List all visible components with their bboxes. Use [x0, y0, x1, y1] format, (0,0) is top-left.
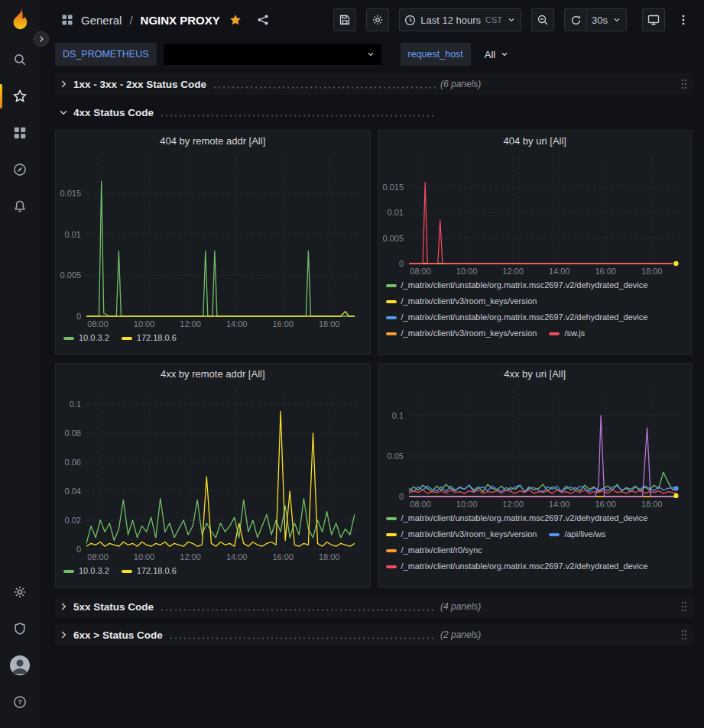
timeseries-chart-404-by-uri[interactable]: 08:0010:0012:0014:0016:0018:0000.0050.01… — [378, 152, 693, 279]
svg-text:0: 0 — [398, 492, 403, 501]
timeseries-chart-404-by-remote-addr[interactable]: 08:0010:0012:0014:0016:0018:0000.0050.01… — [56, 152, 370, 332]
sidebar-expand-button[interactable] — [34, 31, 49, 47]
legend-item[interactable]: /_matrix/client/unstable/org.matrix.msc2… — [386, 513, 648, 523]
refresh-interval-dropdown[interactable]: 30s — [587, 8, 627, 31]
legend-item[interactable]: 10.0.3.2 — [63, 566, 109, 576]
avatar — [10, 655, 30, 675]
sidebar: ? — [0, 0, 40, 728]
drag-handle-icon[interactable] — [680, 78, 688, 90]
svg-text:18:00: 18:00 — [319, 319, 340, 328]
legend-color-marker — [386, 549, 397, 552]
active-indicator — [0, 84, 2, 108]
row-4xx-status-code[interactable]: 4xx Status Code — [55, 102, 693, 123]
sidebar-item-profile[interactable] — [0, 647, 40, 684]
legend-item[interactable]: /api/live/ws — [549, 529, 605, 539]
legend-item[interactable]: /sw.js — [549, 328, 585, 338]
row-5xx-status-code[interactable]: 5xx Status Code (4 panels) — [55, 596, 693, 617]
sidebar-item-server-admin[interactable] — [0, 610, 40, 647]
grafana-logo[interactable] — [6, 6, 34, 34]
compass-icon — [13, 163, 27, 176]
svg-text:0.05: 0.05 — [387, 451, 403, 461]
legend-color-marker — [549, 332, 560, 335]
sidebar-item-dashboards[interactable] — [0, 115, 40, 151]
gear-icon — [13, 585, 27, 599]
favorite-star-icon[interactable] — [229, 14, 242, 26]
svg-text:16:00: 16:00 — [272, 552, 294, 561]
row-title: 5xx Status Code — [73, 601, 154, 613]
legend-label: /_matrix/client/v3/room_keys/version — [401, 328, 537, 338]
row-1xx-3xx-2xx-status-code[interactable]: 1xx - 3xx - 2xx Status Code (6 panels) — [55, 73, 693, 95]
panel-title[interactable]: 4xx by uri [All] — [378, 364, 693, 385]
drag-handle-icon[interactable] — [680, 629, 688, 641]
legend-item[interactable]: /_matrix/client/v3/room_keys/version — [386, 529, 537, 539]
datasource-variable-label: DS_PROMETHEUS — [55, 43, 157, 66]
legend-label: 10.0.3.2 — [79, 566, 109, 576]
timeseries-chart-4xx-by-remote-addr[interactable]: 08:0010:0012:0014:0016:0018:0000.020.040… — [56, 385, 370, 565]
save-dashboard-button[interactable] — [333, 8, 356, 31]
legend-item[interactable]: 10.0.3.2 — [63, 333, 109, 343]
shield-icon — [13, 622, 27, 636]
kebab-menu-icon[interactable] — [675, 8, 692, 31]
sidebar-item-help[interactable]: ? — [0, 684, 40, 720]
legend-item[interactable]: /_matrix/client/v3/room_keys/version — [386, 296, 537, 306]
panel-title[interactable]: 404 by uri [All] — [378, 131, 693, 152]
legend-label: /_matrix/client/unstable/org.matrix.msc2… — [401, 312, 648, 322]
panel-grid: 404 by remote addr [All] 08:0010:0012:00… — [55, 130, 693, 588]
svg-text:0.005: 0.005 — [382, 234, 404, 243]
legend-label: /_matrix/client/unstable/org.matrix.msc2… — [401, 561, 648, 571]
row-leader-dots — [160, 609, 436, 611]
sidebar-item-alerting[interactable] — [0, 188, 40, 225]
svg-text:12:00: 12:00 — [180, 319, 201, 328]
legend-item[interactable]: /_matrix/client/r0/sync — [386, 545, 482, 555]
svg-text:0.08: 0.08 — [65, 429, 81, 438]
legend-item[interactable]: /_matrix/client/unstable/org.matrix.msc2… — [386, 561, 648, 571]
svg-text:0.04: 0.04 — [65, 487, 81, 496]
star-icon — [13, 89, 27, 103]
panel-4xx-by-uri: 4xx by uri [All] 08:0010:0012:0014:0016:… — [378, 363, 693, 588]
svg-text:12:00: 12:00 — [502, 500, 524, 509]
svg-text:10:00: 10:00 — [456, 500, 477, 509]
share-icon[interactable] — [257, 14, 269, 26]
legend-color-marker — [386, 300, 397, 303]
svg-text:14:00: 14:00 — [226, 552, 248, 561]
sidebar-item-explore[interactable] — [0, 151, 40, 188]
chart-legend: 10.0.3.2172.18.0.6 — [56, 565, 370, 587]
time-range-picker[interactable]: Last 12 hours CST — [399, 8, 521, 31]
timeseries-chart-4xx-by-uri[interactable]: 08:0010:0012:0014:0016:0018:0000.050.1 — [378, 385, 693, 512]
legend-item[interactable]: 172.18.0.6 — [122, 333, 177, 343]
chevron-down-icon — [366, 50, 375, 59]
svg-text:08:00: 08:00 — [410, 267, 431, 276]
panel-title[interactable]: 404 by remote addr [All] — [56, 131, 370, 152]
request-host-variable-value[interactable]: All — [477, 43, 517, 66]
chevron-right-icon — [58, 601, 69, 612]
dashboard-settings-button[interactable] — [366, 8, 389, 31]
refresh-button[interactable] — [564, 8, 587, 31]
chevron-right-icon — [58, 79, 69, 89]
legend-color-marker — [386, 316, 397, 319]
sidebar-item-starred[interactable] — [0, 78, 40, 115]
row-6xx-status-code[interactable]: 6xx > Status Code (2 panels) — [55, 624, 693, 645]
legend-label: 172.18.0.6 — [137, 333, 177, 343]
zoom-out-time-button[interactable] — [531, 8, 554, 31]
chart-legend: 10.0.3.2172.18.0.6 — [56, 332, 370, 354]
legend-item[interactable]: /_matrix/client/v3/room_keys/version — [386, 328, 537, 338]
breadcrumb-separator: / — [129, 14, 132, 27]
legend-item[interactable]: 172.18.0.6 — [122, 566, 177, 576]
svg-text:16:00: 16:00 — [272, 319, 294, 328]
legend-item[interactable]: /_matrix/client/unstable/org.matrix.msc2… — [386, 312, 648, 322]
svg-text:18:00: 18:00 — [319, 552, 340, 561]
chevron-down-icon — [500, 50, 509, 59]
legend-item[interactable]: /_matrix/client/unstable/org.matrix.msc2… — [386, 280, 648, 290]
sidebar-item-search[interactable] — [0, 41, 40, 78]
drag-handle-icon[interactable] — [680, 600, 688, 613]
svg-text:10:00: 10:00 — [456, 267, 477, 276]
breadcrumb-section[interactable]: General — [81, 14, 122, 27]
legend-color-marker — [386, 533, 397, 536]
row-panel-count: (4 panels) — [440, 601, 481, 612]
sidebar-item-configuration[interactable] — [0, 574, 40, 610]
chart-legend: /_matrix/client/unstable/org.matrix.msc2… — [378, 279, 693, 354]
tv-mode-button[interactable] — [642, 8, 665, 31]
legend-label: /_matrix/client/v3/room_keys/version — [401, 529, 537, 539]
panel-title[interactable]: 4xx by remote addr [All] — [56, 364, 370, 385]
datasource-variable-value[interactable] — [163, 43, 382, 66]
